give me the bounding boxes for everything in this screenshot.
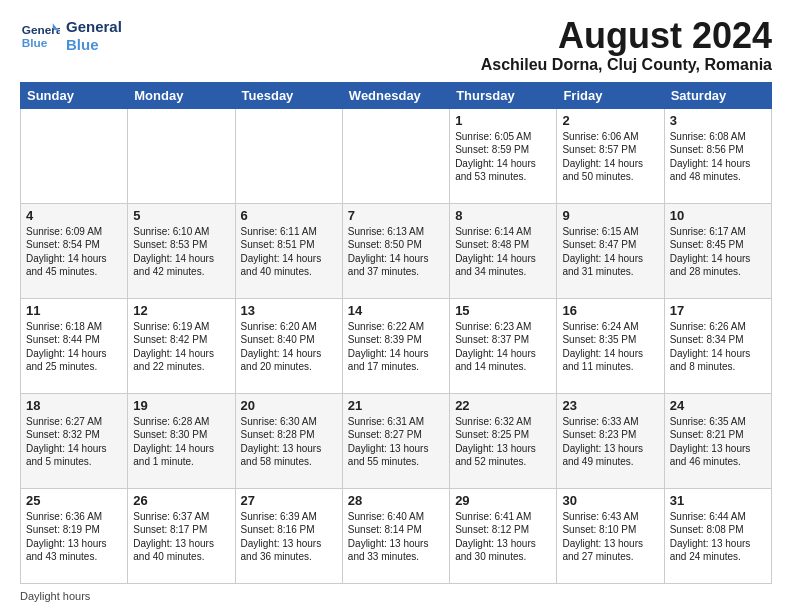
- calendar-cell: 17Sunrise: 6:26 AM Sunset: 8:34 PM Dayli…: [664, 298, 771, 393]
- day-info: Sunrise: 6:40 AM Sunset: 8:14 PM Dayligh…: [348, 510, 444, 564]
- day-info: Sunrise: 6:20 AM Sunset: 8:40 PM Dayligh…: [241, 320, 337, 374]
- week-row-5: 25Sunrise: 6:36 AM Sunset: 8:19 PM Dayli…: [21, 488, 772, 583]
- day-info: Sunrise: 6:14 AM Sunset: 8:48 PM Dayligh…: [455, 225, 551, 279]
- day-number: 29: [455, 493, 551, 508]
- week-row-2: 4Sunrise: 6:09 AM Sunset: 8:54 PM Daylig…: [21, 203, 772, 298]
- day-number: 6: [241, 208, 337, 223]
- day-info: Sunrise: 6:22 AM Sunset: 8:39 PM Dayligh…: [348, 320, 444, 374]
- day-info: Sunrise: 6:39 AM Sunset: 8:16 PM Dayligh…: [241, 510, 337, 564]
- day-info: Sunrise: 6:43 AM Sunset: 8:10 PM Dayligh…: [562, 510, 658, 564]
- day-info: Sunrise: 6:35 AM Sunset: 8:21 PM Dayligh…: [670, 415, 766, 469]
- calendar-cell: 16Sunrise: 6:24 AM Sunset: 8:35 PM Dayli…: [557, 298, 664, 393]
- calendar-cell: 14Sunrise: 6:22 AM Sunset: 8:39 PM Dayli…: [342, 298, 449, 393]
- day-number: 26: [133, 493, 229, 508]
- day-info: Sunrise: 6:30 AM Sunset: 8:28 PM Dayligh…: [241, 415, 337, 469]
- day-number: 17: [670, 303, 766, 318]
- day-info: Sunrise: 6:28 AM Sunset: 8:30 PM Dayligh…: [133, 415, 229, 469]
- calendar-cell: 31Sunrise: 6:44 AM Sunset: 8:08 PM Dayli…: [664, 488, 771, 583]
- calendar-cell: 22Sunrise: 6:32 AM Sunset: 8:25 PM Dayli…: [450, 393, 557, 488]
- calendar-cell: 12Sunrise: 6:19 AM Sunset: 8:42 PM Dayli…: [128, 298, 235, 393]
- day-number: 30: [562, 493, 658, 508]
- svg-text:Blue: Blue: [22, 36, 48, 50]
- day-number: 25: [26, 493, 122, 508]
- day-number: 14: [348, 303, 444, 318]
- day-info: Sunrise: 6:15 AM Sunset: 8:47 PM Dayligh…: [562, 225, 658, 279]
- calendar-cell: 10Sunrise: 6:17 AM Sunset: 8:45 PM Dayli…: [664, 203, 771, 298]
- weekday-friday: Friday: [557, 82, 664, 108]
- day-number: 23: [562, 398, 658, 413]
- day-info: Sunrise: 6:37 AM Sunset: 8:17 PM Dayligh…: [133, 510, 229, 564]
- day-number: 11: [26, 303, 122, 318]
- calendar-cell: 3Sunrise: 6:08 AM Sunset: 8:56 PM Daylig…: [664, 108, 771, 203]
- weekday-saturday: Saturday: [664, 82, 771, 108]
- calendar-cell: 23Sunrise: 6:33 AM Sunset: 8:23 PM Dayli…: [557, 393, 664, 488]
- day-number: 19: [133, 398, 229, 413]
- calendar-cell: 4Sunrise: 6:09 AM Sunset: 8:54 PM Daylig…: [21, 203, 128, 298]
- calendar-cell: [235, 108, 342, 203]
- day-number: 28: [348, 493, 444, 508]
- calendar-cell: 13Sunrise: 6:20 AM Sunset: 8:40 PM Dayli…: [235, 298, 342, 393]
- calendar-cell: 1Sunrise: 6:05 AM Sunset: 8:59 PM Daylig…: [450, 108, 557, 203]
- location: Aschileu Dorna, Cluj County, Romania: [481, 56, 772, 74]
- day-number: 10: [670, 208, 766, 223]
- calendar-cell: 5Sunrise: 6:10 AM Sunset: 8:53 PM Daylig…: [128, 203, 235, 298]
- day-number: 3: [670, 113, 766, 128]
- day-info: Sunrise: 6:18 AM Sunset: 8:44 PM Dayligh…: [26, 320, 122, 374]
- day-info: Sunrise: 6:33 AM Sunset: 8:23 PM Dayligh…: [562, 415, 658, 469]
- day-number: 1: [455, 113, 551, 128]
- calendar: SundayMondayTuesdayWednesdayThursdayFrid…: [20, 82, 772, 584]
- day-number: 18: [26, 398, 122, 413]
- logo: General Blue General Blue: [20, 16, 122, 56]
- day-info: Sunrise: 6:26 AM Sunset: 8:34 PM Dayligh…: [670, 320, 766, 374]
- day-number: 27: [241, 493, 337, 508]
- calendar-cell: 19Sunrise: 6:28 AM Sunset: 8:30 PM Dayli…: [128, 393, 235, 488]
- calendar-cell: 20Sunrise: 6:30 AM Sunset: 8:28 PM Dayli…: [235, 393, 342, 488]
- day-number: 15: [455, 303, 551, 318]
- day-number: 8: [455, 208, 551, 223]
- page: General Blue General Blue August 2024 As…: [0, 0, 792, 612]
- week-row-1: 1Sunrise: 6:05 AM Sunset: 8:59 PM Daylig…: [21, 108, 772, 203]
- weekday-sunday: Sunday: [21, 82, 128, 108]
- calendar-cell: 25Sunrise: 6:36 AM Sunset: 8:19 PM Dayli…: [21, 488, 128, 583]
- day-info: Sunrise: 6:36 AM Sunset: 8:19 PM Dayligh…: [26, 510, 122, 564]
- day-number: 4: [26, 208, 122, 223]
- day-number: 5: [133, 208, 229, 223]
- calendar-cell: 30Sunrise: 6:43 AM Sunset: 8:10 PM Dayli…: [557, 488, 664, 583]
- calendar-cell: 15Sunrise: 6:23 AM Sunset: 8:37 PM Dayli…: [450, 298, 557, 393]
- day-info: Sunrise: 6:19 AM Sunset: 8:42 PM Dayligh…: [133, 320, 229, 374]
- calendar-cell: 27Sunrise: 6:39 AM Sunset: 8:16 PM Dayli…: [235, 488, 342, 583]
- day-number: 9: [562, 208, 658, 223]
- day-info: Sunrise: 6:24 AM Sunset: 8:35 PM Dayligh…: [562, 320, 658, 374]
- calendar-cell: 28Sunrise: 6:40 AM Sunset: 8:14 PM Dayli…: [342, 488, 449, 583]
- calendar-cell: 2Sunrise: 6:06 AM Sunset: 8:57 PM Daylig…: [557, 108, 664, 203]
- day-info: Sunrise: 6:32 AM Sunset: 8:25 PM Dayligh…: [455, 415, 551, 469]
- day-info: Sunrise: 6:11 AM Sunset: 8:51 PM Dayligh…: [241, 225, 337, 279]
- footer-text: Daylight hours: [20, 590, 90, 602]
- day-number: 24: [670, 398, 766, 413]
- week-row-4: 18Sunrise: 6:27 AM Sunset: 8:32 PM Dayli…: [21, 393, 772, 488]
- calendar-cell: 18Sunrise: 6:27 AM Sunset: 8:32 PM Dayli…: [21, 393, 128, 488]
- day-number: 21: [348, 398, 444, 413]
- calendar-cell: 11Sunrise: 6:18 AM Sunset: 8:44 PM Dayli…: [21, 298, 128, 393]
- day-number: 13: [241, 303, 337, 318]
- title-block: August 2024 Aschileu Dorna, Cluj County,…: [481, 16, 772, 74]
- weekday-wednesday: Wednesday: [342, 82, 449, 108]
- day-number: 16: [562, 303, 658, 318]
- logo-icon: General Blue: [20, 16, 60, 56]
- day-number: 31: [670, 493, 766, 508]
- day-info: Sunrise: 6:44 AM Sunset: 8:08 PM Dayligh…: [670, 510, 766, 564]
- calendar-cell: [21, 108, 128, 203]
- day-info: Sunrise: 6:17 AM Sunset: 8:45 PM Dayligh…: [670, 225, 766, 279]
- header: General Blue General Blue August 2024 As…: [20, 16, 772, 74]
- calendar-cell: 6Sunrise: 6:11 AM Sunset: 8:51 PM Daylig…: [235, 203, 342, 298]
- day-number: 2: [562, 113, 658, 128]
- day-info: Sunrise: 6:08 AM Sunset: 8:56 PM Dayligh…: [670, 130, 766, 184]
- day-info: Sunrise: 6:27 AM Sunset: 8:32 PM Dayligh…: [26, 415, 122, 469]
- weekday-tuesday: Tuesday: [235, 82, 342, 108]
- day-number: 20: [241, 398, 337, 413]
- footer: Daylight hours: [20, 590, 772, 602]
- month-title: August 2024: [481, 16, 772, 56]
- day-info: Sunrise: 6:23 AM Sunset: 8:37 PM Dayligh…: [455, 320, 551, 374]
- calendar-cell: 29Sunrise: 6:41 AM Sunset: 8:12 PM Dayli…: [450, 488, 557, 583]
- calendar-cell: 8Sunrise: 6:14 AM Sunset: 8:48 PM Daylig…: [450, 203, 557, 298]
